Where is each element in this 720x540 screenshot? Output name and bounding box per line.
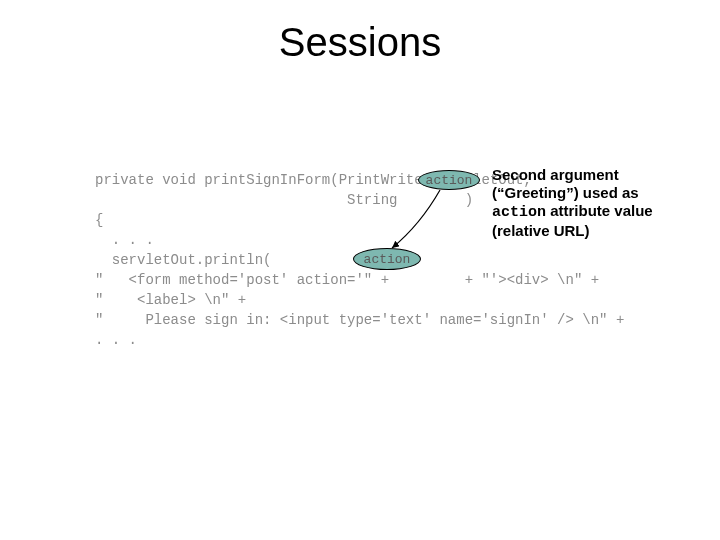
callout-text: Second argument (“Greeting”) used as act… bbox=[492, 166, 684, 240]
callout-line-2: (“Greeting”) used as bbox=[492, 184, 639, 201]
callout-line-4: (relative URL) bbox=[492, 222, 590, 239]
code-line-7: " <label> \n" + bbox=[95, 292, 246, 308]
highlight-oval-usage: action bbox=[353, 248, 421, 270]
code-line-2: String ) bbox=[95, 192, 473, 208]
oval-top-label: action bbox=[426, 173, 473, 188]
page-title: Sessions bbox=[0, 20, 720, 65]
code-line-3: { bbox=[95, 212, 103, 228]
oval-bottom-label: action bbox=[364, 252, 411, 267]
callout-line-3-rest: attribute value bbox=[546, 202, 653, 219]
code-line-9: . . . bbox=[95, 332, 137, 348]
code-line-4: . . . bbox=[95, 232, 154, 248]
code-line-6: " <form method='post' action='" + + "'><… bbox=[95, 272, 599, 288]
code-line-5: servletOut.println( bbox=[95, 252, 271, 268]
highlight-oval-param: action bbox=[418, 170, 480, 190]
callout-line-1: Second argument bbox=[492, 166, 619, 183]
code-line-8: " Please sign in: <input type='text' nam… bbox=[95, 312, 624, 328]
callout-line-3-mono: action bbox=[492, 204, 546, 221]
